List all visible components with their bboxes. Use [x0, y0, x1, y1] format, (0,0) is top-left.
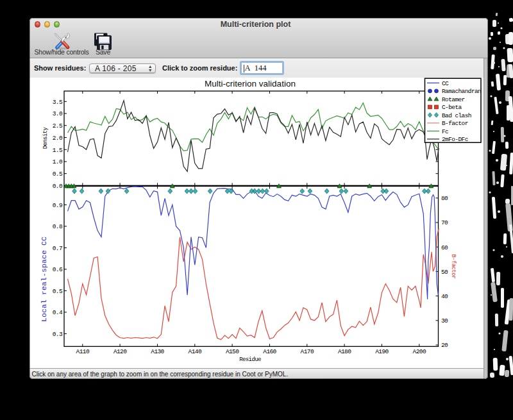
svg-text:50: 50	[441, 268, 448, 275]
svg-text:B-factor: B-factor	[442, 120, 468, 127]
svg-text:0.6: 0.6	[53, 266, 63, 273]
svg-text:30: 30	[441, 317, 448, 324]
svg-text:Multi-criterion validation: Multi-criterion validation	[205, 78, 296, 88]
svg-text:Density: Density	[42, 126, 49, 149]
svg-text:40: 40	[441, 292, 448, 299]
svg-text:A180: A180	[338, 348, 351, 355]
svg-text:A190: A190	[375, 348, 389, 355]
svg-text:Residue: Residue	[239, 356, 261, 362]
svg-text:2.0: 2.0	[53, 134, 63, 141]
svg-text:80: 80	[441, 195, 448, 202]
svg-text:1.5: 1.5	[53, 146, 63, 153]
svg-text:0.0: 0.0	[53, 182, 63, 189]
svg-text:Ramachandran: Ramachandran	[442, 88, 481, 95]
svg-text:CC: CC	[442, 80, 449, 87]
svg-text:0.5: 0.5	[53, 287, 63, 294]
svg-text:B-factor: B-factor	[450, 254, 457, 279]
svg-text:A150: A150	[226, 348, 239, 355]
svg-text:20: 20	[441, 342, 448, 349]
svg-text:3.5: 3.5	[53, 98, 63, 105]
svg-text:A110: A110	[76, 348, 90, 355]
svg-text:70: 70	[441, 219, 448, 226]
svg-text:0.3: 0.3	[53, 330, 63, 337]
svg-text:1.0: 1.0	[53, 158, 63, 165]
svg-text:0.8: 0.8	[53, 223, 63, 230]
svg-text:A130: A130	[151, 348, 164, 355]
svg-text:2mFo-DFc: 2mFo-DFc	[442, 136, 469, 143]
svg-text:Fc: Fc	[442, 128, 449, 135]
svg-text:0.4: 0.4	[53, 309, 63, 316]
svg-text:A120: A120	[114, 348, 127, 355]
svg-text:60: 60	[441, 244, 448, 251]
svg-text:Bad clash: Bad clash	[442, 112, 471, 119]
svg-text:0.7: 0.7	[53, 244, 62, 251]
svg-text:0.5: 0.5	[53, 171, 63, 178]
svg-text:A200: A200	[413, 348, 426, 355]
svg-text:Rotamer: Rotamer	[442, 96, 465, 103]
svg-text:0.9: 0.9	[53, 201, 63, 208]
svg-text:Local real-space CC: Local real-space CC	[40, 236, 48, 321]
svg-text:C-beta: C-beta	[442, 104, 462, 111]
svg-text:3.0: 3.0	[53, 110, 63, 117]
svg-text:A170: A170	[301, 348, 314, 355]
svg-text:A160: A160	[263, 348, 276, 355]
svg-text:A140: A140	[189, 348, 202, 355]
svg-text:2.5: 2.5	[53, 122, 63, 130]
